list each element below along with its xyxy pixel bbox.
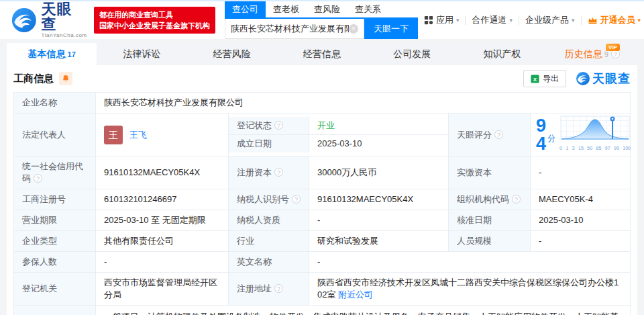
field-label: 企业名称 bbox=[14, 93, 96, 114]
help-icon[interactable]: ? bbox=[512, 195, 521, 204]
vip-badge: VIP bbox=[606, 44, 620, 51]
search-tab-risk[interactable]: 查风险 bbox=[307, 1, 347, 17]
search-tabs: 查公司 查老板 查风险 查关系 bbox=[225, 1, 418, 19]
tab-legal[interactable]: 法律诉讼 bbox=[97, 43, 186, 65]
english-name-value: - bbox=[309, 252, 631, 273]
help-icon[interactable]: ? bbox=[34, 174, 42, 183]
field-label: 注册地址? bbox=[229, 273, 309, 306]
brand-domain: TianYanCha.com bbox=[42, 33, 87, 38]
company-type-value: 其他有限责任公司 bbox=[96, 231, 229, 252]
score-distribution-chart: 0131550859799100 bbox=[559, 115, 631, 154]
chevron-down-icon: ▾ bbox=[456, 17, 460, 24]
promo-banner: 都在用的商业查询工具 国家中小企业发展子基金旗下机构 bbox=[94, 7, 215, 34]
field-label: 登记状态? bbox=[229, 117, 309, 135]
help-icon[interactable]: ? bbox=[274, 121, 283, 130]
field-label: 注册资本? bbox=[229, 156, 309, 189]
field-label: 天眼评分? bbox=[449, 114, 531, 156]
table-row: 参保人数 - 英文名称 - bbox=[14, 252, 631, 273]
search-box: × bbox=[225, 19, 364, 39]
field-label: 参保人数 bbox=[14, 252, 96, 273]
taxpayer-id-value: 91610132MAECY05K4X bbox=[309, 189, 449, 210]
paid-capital-value: - bbox=[531, 156, 631, 189]
tab-intellectual-property[interactable]: 知识产权 bbox=[457, 43, 547, 65]
tab-history-info[interactable]: VIP 历史信息9 ? bbox=[547, 43, 637, 65]
chevron-down-icon: ▾ bbox=[572, 17, 575, 24]
tab-count: 17 bbox=[68, 50, 76, 58]
score-axis: 0131550859799100 bbox=[559, 142, 631, 154]
help-icon[interactable]: ? bbox=[274, 168, 283, 177]
insured-count-value: - bbox=[96, 252, 229, 273]
approval-date-value: 2025-03-10 bbox=[531, 210, 631, 231]
nearby-companies-link[interactable]: 附近公司 bbox=[338, 289, 373, 300]
excel-icon: X bbox=[531, 75, 539, 83]
help-icon[interactable]: ? bbox=[274, 284, 283, 293]
tianyancha-swirl-icon bbox=[11, 7, 38, 34]
field-label: 英文名称 bbox=[229, 252, 309, 273]
staff-size-value: - bbox=[531, 231, 631, 252]
business-info-table: 企业名称 陕西长安芯材科技产业发展有限公司 法定代表人 王 王飞 登记状态? 开… bbox=[7, 92, 637, 315]
field-label: 纳税人识别号? bbox=[229, 189, 309, 210]
main-panel: 基本信息17 法律诉讼 经营风险 经营信息 公司发展 知识产权 VIP 历史信息… bbox=[7, 43, 637, 315]
monitor-bell-button[interactable] bbox=[59, 72, 72, 85]
search-button[interactable]: 天眼一下 bbox=[364, 19, 418, 39]
search-tab-company[interactable]: 查公司 bbox=[225, 1, 266, 17]
taxpayer-qual-value: - bbox=[309, 210, 449, 231]
clear-search-icon[interactable]: × bbox=[349, 24, 358, 34]
field-label: 组织机构代码? bbox=[449, 189, 531, 210]
section-tabbar: 基本信息17 法律诉讼 经营风险 经营信息 公司发展 知识产权 VIP 历史信息… bbox=[7, 43, 637, 65]
tab-company-development[interactable]: 公司发展 bbox=[367, 43, 457, 65]
field-label: 行业 bbox=[229, 231, 309, 252]
watermark-logo: 天眼查 bbox=[576, 71, 631, 87]
tab-business-info[interactable]: 经营信息 bbox=[277, 43, 367, 65]
reg-number-value: 610132101246697 bbox=[96, 189, 229, 210]
business-term-value: 2025-03-10 至 无固定期限 bbox=[96, 210, 229, 231]
export-button[interactable]: X 导出 bbox=[523, 70, 566, 87]
table-row: 企业类型 其他有限责任公司 行业 研究和试验发展 人员规模 - bbox=[14, 231, 631, 252]
field-label: 登记机关 bbox=[14, 273, 96, 306]
grid-icon bbox=[424, 15, 433, 25]
help-icon[interactable]: ? bbox=[494, 130, 503, 139]
nav-vip[interactable]: 开通会员 ▾ bbox=[582, 14, 644, 26]
field-label: 统一社会信用代码? bbox=[14, 156, 96, 189]
tab-operating-risk[interactable]: 经营风险 bbox=[187, 43, 277, 65]
field-label: 成立日期 bbox=[229, 135, 309, 152]
score-value: 94 bbox=[536, 117, 546, 153]
crown-icon bbox=[588, 16, 598, 24]
reg-authority-value: 西安市市场监督管理局经开区分局 bbox=[96, 273, 229, 306]
search-tab-boss[interactable]: 查老板 bbox=[266, 1, 307, 17]
field-label: 经营范围? bbox=[14, 306, 96, 315]
chevron-down-icon: ▾ bbox=[638, 17, 641, 24]
field-label: 人员规模 bbox=[449, 231, 531, 252]
promo-banner-line1: 都在用的商业查询工具 bbox=[99, 9, 210, 20]
table-row: 营业期限 2025-03-10 至 无固定期限 纳税人资质 - 核准日期 202… bbox=[14, 210, 631, 231]
header: 天眼查 TianYanCha.com 都在用的商业查询工具 国家中小企业发展子基… bbox=[0, 0, 644, 39]
field-label: 工商注册号 bbox=[14, 189, 96, 210]
nav-enterprise-label: 企业级产品 bbox=[525, 14, 569, 26]
field-label: 营业期限 bbox=[14, 210, 96, 231]
tab-basic-info[interactable]: 基本信息17 bbox=[7, 43, 97, 65]
nav-apps[interactable]: 应用 ▾ bbox=[418, 14, 466, 26]
field-label: 纳税人资质 bbox=[229, 210, 309, 231]
section-head: 工商信息 X 导出 天眼查 bbox=[7, 65, 637, 92]
table-row: 法定代表人 王 王飞 登记状态? 开业 成立日期 2025-03-10 天眼评分 bbox=[14, 114, 631, 156]
tianyancha-logo[interactable]: 天眼查 TianYanCha.com bbox=[11, 2, 87, 38]
table-row: 统一社会信用代码? 91610132MAECY05K4X 注册资本? 30000… bbox=[14, 156, 631, 189]
search-input[interactable] bbox=[231, 24, 349, 34]
help-icon[interactable]: ? bbox=[292, 195, 301, 204]
table-row: 工商注册号 610132101246697 纳税人识别号? 91610132MA… bbox=[14, 189, 631, 210]
nav-apps-label: 应用 bbox=[436, 14, 453, 26]
nav-enterprise[interactable]: 企业级产品 ▾ bbox=[519, 14, 581, 26]
industry-value: 研究和试验发展 bbox=[309, 231, 449, 252]
score-unit: 分 bbox=[547, 132, 555, 144]
tianyancha-swirl-icon bbox=[576, 71, 590, 86]
nav-partner[interactable]: 合作通道 ▾ bbox=[466, 14, 519, 26]
chevron-down-icon: ▾ bbox=[509, 17, 513, 24]
company-name-value: 陕西长安芯材科技产业发展有限公司 bbox=[96, 93, 631, 114]
search-tab-relation[interactable]: 查关系 bbox=[347, 1, 388, 17]
legal-rep-link[interactable]: 王飞 bbox=[129, 129, 147, 141]
org-code-value: MAECY05K-4 bbox=[531, 189, 631, 210]
svg-text:X: X bbox=[533, 76, 537, 82]
promo-banner-line2: 国家中小企业发展子基金旗下机构 bbox=[99, 20, 210, 31]
field-label: 实缴资本 bbox=[449, 156, 531, 189]
nav-partner-label: 合作通道 bbox=[472, 14, 506, 26]
